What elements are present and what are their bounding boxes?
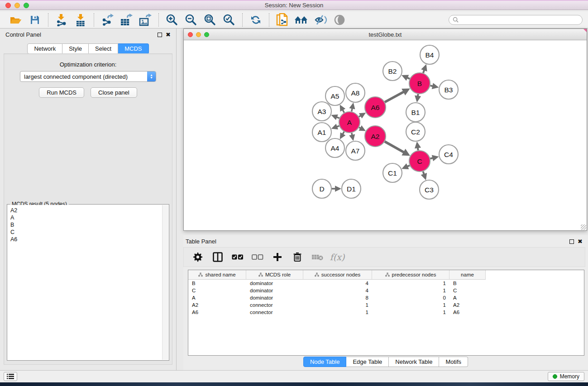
main-content: Control Panel ✖ NetworkStyleSelectMCDS O… bbox=[0, 29, 588, 370]
node-label-A6: A6 bbox=[371, 104, 380, 111]
tab-network-table[interactable]: Network Table bbox=[389, 357, 439, 367]
node-label-C: C bbox=[417, 157, 422, 165]
minimize-network-icon[interactable] bbox=[196, 32, 201, 37]
optimization-criterion-dropdown[interactable]: largest connected component (directed) ▲… bbox=[20, 71, 156, 82]
column-header-successor-nodes[interactable]: successor nodes bbox=[303, 270, 372, 280]
mcds-result-list[interactable]: A2ABCA6 bbox=[8, 205, 162, 360]
column-header-shared-name[interactable]: shared name bbox=[188, 270, 246, 280]
cell-successor-nodes: 4 bbox=[303, 287, 372, 294]
network-graph[interactable]: B4B2BB3A8A5A6A3B1AC2A1A2A4A7C4CC1C3DD1 bbox=[184, 40, 587, 230]
select-all-rows-button[interactable] bbox=[231, 250, 244, 264]
network-home-button[interactable] bbox=[293, 13, 310, 27]
network-window-titlebar[interactable]: testGlobe.txt bbox=[184, 29, 587, 40]
apply-layout-button[interactable] bbox=[247, 13, 264, 27]
mcds-result-item[interactable]: A6 bbox=[10, 236, 159, 243]
table-settings-button[interactable] bbox=[191, 250, 205, 264]
network-window: testGlobe.txt B4B2BB3A8A5A6A3B1AC2A1A2A4… bbox=[183, 29, 587, 231]
float-table-panel-icon[interactable] bbox=[569, 239, 574, 244]
zoom-out-button[interactable] bbox=[182, 13, 200, 27]
delete-table-button[interactable] bbox=[311, 250, 324, 264]
control-panel-header: Control Panel ✖ bbox=[0, 29, 176, 40]
add-column-button[interactable] bbox=[271, 250, 284, 264]
open-session-button[interactable] bbox=[7, 13, 24, 27]
tab-mcds[interactable]: MCDS bbox=[118, 43, 148, 54]
search-box[interactable] bbox=[449, 15, 583, 25]
result-scrollbar[interactable] bbox=[162, 205, 168, 360]
close-network-icon[interactable] bbox=[188, 32, 193, 37]
cell-predecessor-nodes: 0 bbox=[372, 294, 449, 301]
hide-graphics-details-button[interactable] bbox=[312, 13, 329, 27]
column-visibility-button[interactable] bbox=[211, 250, 225, 264]
close-table-panel-icon[interactable]: ✖ bbox=[578, 239, 583, 244]
list-icon bbox=[7, 373, 14, 380]
table-row[interactable]: Adominator80A bbox=[188, 294, 584, 301]
arrowhead-icon bbox=[421, 64, 427, 71]
minimize-window-icon[interactable] bbox=[14, 3, 20, 8]
column-label: name bbox=[461, 272, 474, 277]
table-row[interactable]: Bdominator41B bbox=[188, 280, 584, 287]
zoom-selected-button[interactable] bbox=[220, 13, 238, 27]
delete-column-button[interactable] bbox=[291, 250, 304, 264]
zoom-fit-button[interactable] bbox=[201, 13, 219, 27]
run-mcds-button[interactable]: Run MCDS bbox=[39, 87, 84, 98]
mcds-result-item[interactable]: B bbox=[10, 221, 159, 229]
memory-button[interactable]: Memory bbox=[548, 372, 584, 381]
mcds-tab-content: Optimization criterion: largest connecte… bbox=[4, 53, 172, 365]
zoom-window-icon[interactable] bbox=[24, 3, 29, 8]
tab-network[interactable]: Network bbox=[27, 43, 62, 54]
node-label-C2: C2 bbox=[411, 128, 420, 136]
table-row[interactable]: Cdominator41C bbox=[188, 287, 584, 294]
zoom-network-icon[interactable] bbox=[204, 32, 209, 37]
toolbar-separator bbox=[158, 13, 159, 27]
mcds-result-item[interactable]: C bbox=[10, 229, 159, 236]
close-panel-icon[interactable]: ✖ bbox=[166, 33, 171, 37]
duplicate-network-button[interactable] bbox=[274, 13, 291, 27]
column-header-predecessor-nodes[interactable]: predecessor nodes bbox=[372, 270, 449, 280]
node-label-C4: C4 bbox=[444, 151, 453, 158]
edge-A6-B[interactable] bbox=[385, 91, 404, 102]
float-panel-icon[interactable] bbox=[158, 33, 162, 37]
search-input[interactable] bbox=[460, 17, 578, 23]
search-icon bbox=[453, 17, 459, 23]
export-network-button[interactable] bbox=[99, 13, 116, 27]
deselect-all-rows-button[interactable] bbox=[251, 250, 264, 264]
edge-A2-C[interactable] bbox=[385, 142, 404, 152]
toolbar-separator bbox=[269, 13, 269, 27]
export-image-button[interactable] bbox=[137, 13, 154, 27]
zoom-in-button[interactable] bbox=[163, 13, 181, 27]
tab-motifs[interactable]: Motifs bbox=[439, 357, 468, 367]
mcds-result-item[interactable]: A bbox=[10, 214, 159, 221]
arrowhead-icon bbox=[349, 103, 355, 110]
cell-successor-nodes: 1 bbox=[303, 301, 372, 309]
import-table-button[interactable] bbox=[72, 13, 89, 27]
tab-select[interactable]: Select bbox=[89, 43, 118, 54]
show-graphics-details-button[interactable] bbox=[331, 13, 348, 27]
tab-edge-table[interactable]: Edge Table bbox=[346, 357, 389, 367]
column-label: MCDS role bbox=[265, 272, 291, 277]
close-panel-button[interactable]: Close panel bbox=[91, 87, 137, 98]
control-panel: Control Panel ✖ NetworkStyleSelectMCDS O… bbox=[0, 29, 177, 370]
node-label-A7: A7 bbox=[351, 147, 360, 155]
tab-style[interactable]: Style bbox=[62, 43, 89, 54]
task-history-button[interactable] bbox=[4, 372, 17, 381]
close-window-icon[interactable] bbox=[5, 3, 11, 8]
export-table-button[interactable] bbox=[118, 13, 135, 27]
dropdown-selected-value: largest connected component (directed) bbox=[20, 73, 147, 80]
tab-node-table[interactable]: Node Table bbox=[303, 357, 347, 367]
mcds-result-item[interactable]: A2 bbox=[10, 207, 159, 214]
column-header-MCDS-role[interactable]: MCDS role bbox=[246, 270, 303, 280]
save-session-button[interactable] bbox=[26, 13, 43, 27]
network-canvas[interactable]: B4B2BB3A8A5A6A3B1AC2A1A2A4A7C4CC1C3DD1 bbox=[184, 40, 587, 230]
cell-successor-nodes: 8 bbox=[303, 294, 372, 301]
column-type-icon bbox=[198, 272, 203, 277]
resize-grip-icon[interactable] bbox=[581, 224, 586, 230]
import-network-button[interactable] bbox=[53, 13, 70, 27]
checked-boxes-icon bbox=[232, 254, 244, 260]
toolbar-separator bbox=[242, 13, 243, 27]
node-table[interactable]: shared nameMCDS rolesuccessor nodesprede… bbox=[188, 270, 584, 356]
node-label-A: A bbox=[347, 119, 352, 126]
table-row[interactable]: A6connector11A6 bbox=[188, 309, 584, 316]
column-header-name[interactable]: name bbox=[449, 270, 486, 280]
apply-function-button[interactable]: f(x) bbox=[330, 250, 344, 264]
table-row[interactable]: A2connector11A2 bbox=[188, 301, 584, 309]
